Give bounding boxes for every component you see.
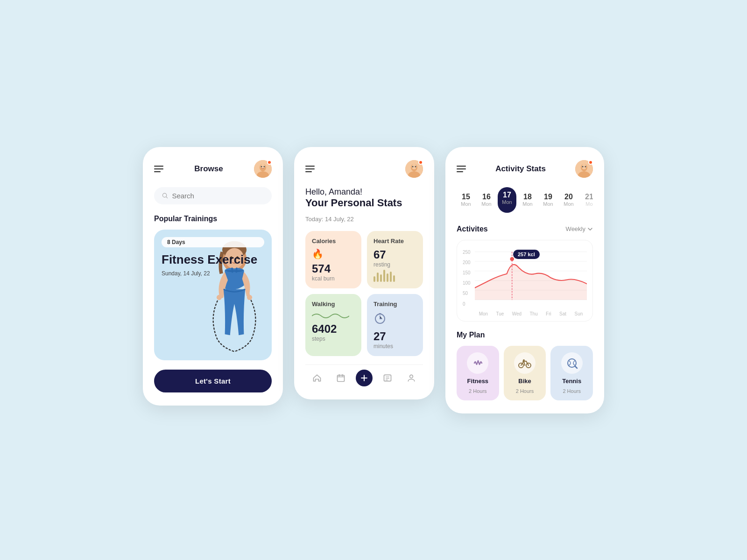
hr-bar-7	[393, 275, 395, 282]
hr-bar-4	[383, 270, 385, 282]
heartrate-label: Heart Rate	[374, 238, 416, 245]
tennis-hours: 2 Hours	[563, 388, 581, 394]
cal-active-dot	[506, 207, 508, 209]
days-badge: 8 Days	[162, 237, 264, 247]
bike-hours: 2 Hours	[516, 388, 534, 394]
cal-day-19[interactable]: 19 Mon	[539, 189, 557, 210]
calories-label: Calories	[312, 238, 355, 245]
training-date: Sunday, 14 July, 22	[162, 270, 264, 277]
svg-point-40	[510, 257, 514, 261]
stats-header	[305, 160, 423, 178]
stats-avatar[interactable]	[405, 160, 423, 178]
heartrate-value: 67	[374, 248, 416, 261]
activity-screen: Activity Stats 15 Mo	[445, 147, 604, 413]
activity-title: Activity Stats	[495, 164, 546, 174]
activity-avatar[interactable]	[575, 160, 593, 178]
svg-point-5	[263, 166, 265, 167]
calories-sub: kcal burn	[312, 275, 355, 282]
browse-screen: Browse	[143, 147, 283, 406]
chart-container: 257 kcl 0 50 100 150 200 250	[457, 240, 593, 322]
hr-bar-1	[374, 276, 375, 282]
bike-icon	[518, 357, 532, 369]
nav-home[interactable]	[309, 370, 325, 386]
tennis-icon	[566, 357, 578, 369]
chart-tooltip: 257 kcl	[513, 250, 540, 259]
nav-profile[interactable]	[403, 370, 420, 386]
svg-point-20	[412, 166, 414, 167]
hr-bar-2	[377, 273, 379, 282]
fitness-icon-wrap	[467, 352, 488, 374]
avatar-dot	[267, 160, 272, 165]
heartrate-sub: resting	[374, 261, 416, 268]
search-icon	[162, 192, 168, 199]
svg-point-4	[261, 166, 262, 167]
chart-y-labels: 0 50 100 150 200 250	[463, 248, 471, 308]
fitness-name: Fitness	[467, 378, 489, 385]
svg-rect-24	[337, 375, 344, 381]
activity-avatar-dot	[588, 160, 593, 165]
cal-day-21[interactable]: 21 Mo	[580, 189, 593, 210]
hr-bar-5	[387, 273, 388, 282]
heartrate-bars	[374, 268, 416, 282]
start-button[interactable]: Let's Start	[154, 370, 272, 392]
plan-title: My Plan	[457, 331, 593, 339]
training-card-stat: Training 27 minutes	[367, 294, 423, 356]
activities-title: Activites	[457, 225, 488, 233]
cal-day-20[interactable]: 20 Mon	[559, 189, 578, 210]
cal-day-15[interactable]: 15 Mon	[457, 189, 475, 210]
walking-wave	[312, 311, 349, 321]
training-card[interactable]: 8 Days Fitness Exercise Sunday, 14 July,…	[154, 230, 272, 360]
bottom-nav	[305, 364, 423, 386]
fitness-icon	[472, 357, 484, 369]
tennis-icon-wrap	[561, 352, 583, 374]
hr-bar-6	[390, 272, 392, 282]
calendar-row: 15 Mon 16 Mon 17 Mon 18 Mon 19 Mon 20	[457, 187, 593, 213]
chart-area: 257 kcl 0 50 100 150 200 250	[463, 248, 587, 308]
activity-hamburger[interactable]	[457, 166, 466, 172]
avatar[interactable]	[254, 160, 272, 178]
plan-fitness[interactable]: Fitness 2 Hours	[457, 346, 499, 400]
today-label: Today: 14 July, 22	[305, 216, 423, 223]
greeting-hello: Hello, Amanda!	[305, 187, 423, 197]
bike-icon-wrap	[514, 352, 536, 374]
plan-cards: Fitness 2 Hours Bike 2 Hours	[457, 346, 593, 400]
stats-hamburger-icon[interactable]	[305, 166, 315, 172]
cal-day-16[interactable]: 16 Mon	[477, 189, 496, 210]
training-value: 27	[374, 330, 416, 343]
walking-sub: steps	[312, 336, 355, 342]
activities-header: Activites Weekly	[457, 225, 593, 233]
browse-header: Browse	[154, 160, 272, 178]
calories-icon: 🔥	[312, 248, 355, 259]
svg-point-31	[582, 166, 583, 167]
plan-bike[interactable]: Bike 2 Hours	[504, 346, 546, 400]
popular-trainings-title: Popular Trainings	[154, 215, 272, 223]
stopwatch-icon	[374, 311, 416, 327]
walking-card: Walking 6402 steps	[305, 294, 361, 356]
svg-point-21	[415, 166, 416, 167]
svg-point-26	[409, 375, 413, 378]
svg-point-43	[523, 359, 525, 361]
training-label: Training	[374, 301, 416, 308]
greeting: Hello, Amanda! Your Personal Stats	[305, 187, 423, 209]
nav-add[interactable]	[356, 370, 373, 386]
stats-screen: Hello, Amanda! Your Personal Stats Today…	[294, 147, 434, 399]
hamburger-icon[interactable]	[154, 166, 163, 172]
screens-container: Browse	[143, 147, 604, 413]
nav-list[interactable]	[379, 370, 396, 386]
tennis-name: Tennis	[562, 378, 581, 385]
calories-card: Calories 🔥 574 kcal burn	[305, 231, 361, 288]
walking-label: Walking	[312, 301, 355, 308]
cal-day-17[interactable]: 17 Mon	[498, 187, 516, 213]
cal-day-18[interactable]: 18 Mon	[518, 189, 537, 210]
search-input[interactable]	[172, 192, 264, 200]
weekly-button[interactable]: Weekly	[566, 225, 593, 232]
plan-tennis[interactable]: Tennis 2 Hours	[550, 346, 593, 400]
svg-point-32	[585, 166, 586, 167]
search-bar[interactable]	[154, 187, 272, 204]
training-name: Fitness Exercise	[162, 253, 264, 267]
stats-grid: Calories 🔥 574 kcal burn Heart Rate 67 r…	[305, 231, 423, 356]
activity-header: Activity Stats	[457, 160, 593, 178]
nav-calendar[interactable]	[332, 370, 349, 386]
walking-value: 6402	[312, 322, 355, 336]
calories-value: 574	[312, 262, 355, 275]
